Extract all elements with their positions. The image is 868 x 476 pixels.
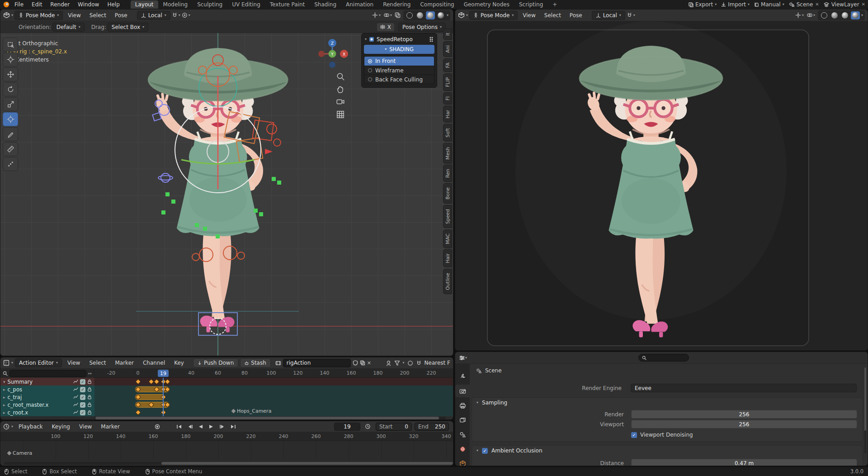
snap-toggle[interactable]: ▾ — [172, 12, 180, 18]
menu-view[interactable]: View — [519, 11, 539, 19]
gizmo-toggle[interactable]: ▾ — [795, 12, 804, 18]
filter-ghost-icon[interactable] — [386, 360, 392, 366]
panel-collapse-icon[interactable]: ▾ — [365, 38, 367, 41]
panel-drag-dots-icon[interactable] — [429, 37, 434, 42]
channel-row[interactable]: ▸c_traj ✓ — [0, 393, 453, 401]
timeline-hscrollbar[interactable] — [4, 462, 450, 465]
channel-row[interactable]: ▸c_pos ✓ — [0, 386, 453, 393]
option-in-front[interactable]: In Front — [364, 57, 434, 66]
channel-row[interactable]: ▸c_root_master.x ✓ — [0, 401, 453, 409]
playhead-line[interactable] — [163, 378, 164, 416]
editor-type-properties-icon[interactable] — [459, 355, 465, 361]
action-editor-mode-dropdown[interactable]: Action Editor▾ — [15, 358, 62, 367]
channel-graph-icon[interactable] — [73, 410, 78, 415]
shading-wireframe-button[interactable] — [405, 11, 414, 19]
mode-dropdown[interactable]: Pose Mode▾ — [14, 11, 63, 20]
sidebar-tab-fa[interactable]: FA — [443, 58, 452, 72]
menu-pose[interactable]: Pose — [566, 11, 586, 19]
ambient-occlusion-header[interactable]: ▾ ✓ Ambient Occlusion — [472, 446, 863, 456]
channel-graph-icon[interactable] — [73, 402, 78, 407]
sidebar-tab-flip[interactable]: FLIP — [443, 73, 452, 91]
properties-tab-render[interactable] — [455, 385, 470, 397]
ao-distance-field[interactable]: 0.47 m — [631, 459, 857, 466]
tool-scale[interactable] — [3, 97, 18, 111]
menu-pose[interactable]: Pose — [111, 11, 131, 19]
sidebar-tab-mac[interactable]: MAC — [443, 229, 452, 248]
overlays-toggle[interactable]: ▾ — [807, 12, 815, 18]
gizmo-toggle[interactable]: ▾ — [372, 12, 381, 18]
menu-file[interactable]: File — [11, 0, 27, 9]
editor-type-3d-icon[interactable] — [3, 12, 10, 19]
tool-transform[interactable] — [3, 112, 18, 126]
breadcrumb-scene-label[interactable]: Scene — [485, 367, 502, 374]
unlink-action-icon[interactable]: ✕ — [367, 360, 371, 366]
fake-user-shield-icon[interactable] — [353, 360, 358, 366]
filter-funnel-icon[interactable] — [394, 360, 400, 366]
workspace-tab-modeling[interactable]: Modeling — [159, 0, 193, 9]
snap-mode-label[interactable]: Nearest F — [425, 360, 450, 366]
channel-search-input[interactable] — [9, 370, 86, 377]
dopesheet-ruler[interactable]: -20 0 20 40 60 80 100 120 140 160 180 20… — [94, 369, 453, 378]
tool-extra[interactable] — [3, 157, 18, 171]
shading-options-icon[interactable]: ▾ — [861, 14, 863, 17]
sidebar-tab-ani[interactable]: Ani — [443, 41, 452, 57]
frame-start-field[interactable]: Start0 — [376, 423, 412, 431]
workspace-tab-geometry-nodes[interactable]: Geometry Nodes — [459, 0, 514, 9]
properties-tab-tool[interactable] — [455, 370, 470, 383]
lock-icon[interactable] — [87, 387, 92, 392]
ambient-occlusion-checkbox[interactable]: ✓ — [482, 448, 488, 454]
marker-hops-camera[interactable]: Hops_Camera — [232, 408, 271, 414]
xray-toggle-icon[interactable] — [395, 12, 401, 18]
clear-scene-icon[interactable]: ✕ — [815, 2, 819, 7]
workspace-tab-shading[interactable]: Shading — [310, 0, 341, 9]
sampling-render-field[interactable]: 256 — [631, 410, 857, 419]
menu-marker[interactable]: Marker — [97, 423, 123, 431]
viewport-denoising-checkbox[interactable]: ✓ — [631, 432, 637, 438]
play-reverse-button[interactable] — [196, 423, 206, 430]
tool-cursor[interactable] — [3, 52, 18, 67]
tool-annotate[interactable] — [3, 127, 18, 141]
lock-icon[interactable] — [87, 410, 92, 415]
shading-rendered-button[interactable] — [851, 11, 860, 19]
workspace-tab-texture-paint[interactable]: Texture Paint — [265, 0, 309, 9]
shading-wireframe-button[interactable] — [820, 11, 829, 19]
timeline-track-area[interactable]: Camera — [0, 441, 453, 460]
shading-solid-button[interactable] — [830, 11, 839, 19]
orientation-value-dropdown[interactable]: Default▾ — [52, 23, 85, 32]
viewport-right-canvas[interactable] — [455, 21, 868, 350]
menu-playback[interactable]: Playback — [15, 423, 47, 431]
tool-select-box[interactable] — [3, 38, 18, 52]
prev-keyframe-button[interactable] — [185, 423, 195, 430]
action-name-field[interactable]: rigAction — [283, 359, 351, 367]
menu-view[interactable]: View — [75, 423, 95, 431]
workspace-tab-compositing[interactable]: Compositing — [415, 0, 458, 9]
tool-rotate[interactable] — [3, 82, 18, 96]
menu-edit[interactable]: Edit — [28, 0, 46, 9]
menu-keying[interactable]: Keying — [48, 423, 74, 431]
sidebar-tab-bone[interactable]: Bone — [443, 183, 452, 204]
channel-graph-icon[interactable] — [73, 379, 78, 384]
shading-rendered-button[interactable] — [436, 11, 445, 19]
auto-key-button[interactable] — [152, 423, 162, 430]
drag-value-dropdown[interactable]: Select Box▾ — [108, 23, 148, 32]
menu-key[interactable]: Key — [170, 359, 188, 367]
menu-help[interactable]: Help — [104, 0, 123, 9]
sidebar-tab-outline[interactable]: Outline — [443, 269, 452, 294]
properties-tab-object[interactable] — [455, 457, 470, 466]
jump-to-end-button[interactable] — [228, 423, 238, 430]
speedretopo-header[interactable]: ▾ SpeedRetopo — [364, 36, 434, 45]
clear-viewlayer-icon[interactable]: ✕ — [862, 2, 865, 7]
transform-orientation-dropdown[interactable]: Local▾ — [137, 11, 170, 20]
option-backface-culling[interactable]: Back Face Culling — [364, 75, 434, 84]
nav-gizmo[interactable]: Z Y X — [315, 36, 349, 70]
dopesheet-hscrollbar[interactable] — [94, 417, 446, 419]
channel-enable-checkbox[interactable]: ✓ — [80, 395, 85, 400]
sidebar-tab-item[interactable]: it — [443, 29, 452, 40]
workspace-tab-layout[interactable]: Layout — [131, 0, 158, 9]
workspace-tab-rendering[interactable]: Rendering — [378, 0, 415, 9]
sidebar-tab-hair[interactable]: Hair — [443, 249, 452, 267]
channel-row[interactable]: ▸c_root.x ✓ — [0, 409, 453, 416]
stash-button[interactable]: Stash — [240, 358, 271, 367]
shading-solid-button[interactable] — [415, 11, 425, 19]
marker-camera[interactable]: Camera — [8, 450, 32, 456]
